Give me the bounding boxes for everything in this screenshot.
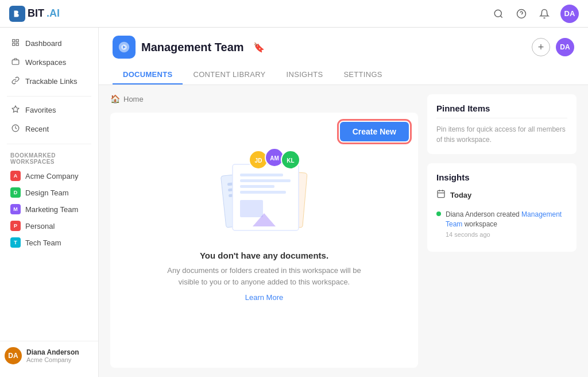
sidebar-item-dashboard[interactable]: Dashboard	[5, 34, 94, 52]
workspace-bookmark-icon[interactable]: 🔖	[253, 42, 265, 53]
insights-title: Insights	[436, 172, 567, 182]
workspace-user-avatar[interactable]: DA	[556, 38, 574, 56]
learn-more-link[interactable]: Learn More	[245, 293, 283, 302]
empty-illustration: JD AM KL	[207, 147, 322, 239]
workspace-title-left: Management Team 🔖	[113, 36, 265, 59]
personal-badge: P	[10, 221, 21, 231]
app-logo[interactable]: BIT.AI	[9, 6, 60, 22]
sidebar-workspaces-label: Workspaces	[25, 58, 66, 67]
user-avatar-topbar[interactable]: DA	[560, 5, 579, 23]
svg-rect-6	[16, 43, 18, 45]
acme-label: Acme Company	[25, 172, 78, 180]
insights-card: Insights Today Diana Anderson created Ma…	[427, 163, 577, 252]
sidebar-user-info: Diana Anderson Acme Company	[26, 348, 79, 363]
pinned-divider	[436, 118, 567, 118]
bookmarked-acme[interactable]: A Acme Company	[5, 168, 94, 184]
svg-rect-21	[240, 174, 283, 176]
personal-label: Personal	[25, 222, 55, 230]
workspace-title-row: Management Team 🔖 + DA	[113, 36, 574, 59]
bookmarked-workspaces-list: A Acme Company D Design Team M Marketing…	[0, 167, 98, 251]
acme-badge: A	[10, 171, 21, 181]
bookmarked-design[interactable]: D Design Team	[5, 184, 94, 201]
svg-rect-33	[438, 191, 444, 198]
sidebar-recent-label: Recent	[25, 125, 49, 133]
empty-title: You don't have any documents.	[200, 251, 328, 260]
tabs: DOCUMENTS CONTENT LIBRARY INSIGHTS SETTI…	[113, 66, 574, 84]
sidebar-item-favorites[interactable]: Favorites	[5, 101, 94, 119]
breadcrumb: 🏠 Home	[110, 94, 418, 103]
clock-icon	[10, 124, 21, 134]
content-area: Management Team 🔖 + DA DOCUMENTS CONTENT…	[99, 28, 588, 377]
pinned-items-card: Pinned Items Pin items for quick access …	[427, 94, 577, 154]
tech-label: Tech Team	[25, 238, 61, 247]
link-icon	[10, 76, 21, 86]
svg-rect-4	[16, 40, 18, 42]
home-icon: 🏠	[110, 94, 120, 103]
svg-rect-23	[240, 185, 274, 188]
logo-ai-text: .AI	[47, 7, 60, 20]
create-new-button[interactable]: Create New	[340, 122, 409, 141]
insights-today-label: Today	[450, 191, 471, 199]
sidebar: Dashboard Workspaces Trackable Links	[0, 28, 99, 377]
logo-icon	[9, 6, 25, 22]
activity-dot	[436, 211, 441, 216]
marketing-label: Marketing Team	[25, 205, 78, 214]
sidebar-user-name: Diana Anderson	[26, 348, 79, 356]
svg-text:KL: KL	[287, 157, 294, 164]
search-icon[interactable]	[492, 7, 505, 21]
workspace-name: Management Team	[141, 41, 244, 54]
empty-description: Any documents or folders created in this…	[167, 265, 362, 287]
insights-today-section: Today	[436, 189, 567, 201]
tech-badge: T	[10, 237, 21, 248]
svg-text:JD: JD	[255, 157, 262, 164]
svg-rect-3	[13, 40, 15, 42]
sidebar-favorites-label: Favorites	[25, 106, 56, 114]
documents-main-card: Create New	[110, 113, 418, 368]
star-icon	[10, 105, 21, 115]
sidebar-item-workspaces[interactable]: Workspaces	[5, 53, 94, 71]
bookmarked-marketing[interactable]: M Marketing Team	[5, 201, 94, 217]
workspace-header-actions: + DA	[532, 38, 574, 56]
sidebar-trackable-label: Trackable Links	[25, 77, 78, 86]
documents-panel: 🏠 Home Create New	[110, 94, 418, 368]
activity-time: 14 seconds ago	[446, 230, 567, 239]
tab-insights[interactable]: INSIGHTS	[276, 66, 334, 84]
calendar-icon	[436, 189, 446, 201]
sidebar-user-company: Acme Company	[26, 356, 79, 363]
bookmarked-personal[interactable]: P Personal	[5, 218, 94, 234]
svg-rect-24	[240, 191, 286, 194]
sidebar-footer[interactable]: DA Diana Anderson Acme Company	[0, 341, 98, 370]
pinned-empty-text: Pin items for quick access for all membe…	[436, 124, 567, 145]
page-body: 🏠 Home Create New	[99, 85, 588, 377]
activity-suffix-text: workspace	[465, 220, 497, 228]
sidebar-nav: Dashboard Workspaces Trackable Links	[0, 34, 98, 91]
activity-action: created	[497, 210, 521, 218]
sidebar-divider-2	[7, 144, 91, 144]
tab-documents[interactable]: DOCUMENTS	[113, 66, 183, 84]
bell-icon[interactable]	[537, 7, 551, 21]
help-icon[interactable]	[514, 7, 528, 21]
sidebar-dashboard-label: Dashboard	[25, 39, 62, 48]
bookmarked-section-label: BOOKMARKED WORKSPACES	[0, 149, 98, 167]
logo-bit-text: BIT	[28, 7, 44, 20]
svg-rect-5	[13, 43, 15, 45]
bookmarked-tech[interactable]: T Tech Team	[5, 234, 94, 251]
tab-content-library[interactable]: CONTENT LIBRARY	[183, 66, 276, 84]
sidebar-user-avatar: DA	[5, 347, 22, 364]
svg-point-0	[494, 10, 501, 17]
add-member-button[interactable]: +	[532, 38, 550, 56]
svg-marker-8	[12, 106, 19, 112]
tab-settings[interactable]: SETTINGS	[333, 66, 392, 84]
topbar-actions: DA	[492, 5, 579, 23]
sidebar-divider-1	[7, 96, 91, 97]
main-layout: Dashboard Workspaces Trackable Links	[0, 28, 588, 377]
svg-text:AM: AM	[270, 155, 279, 161]
sidebar-item-recent[interactable]: Recent	[5, 120, 94, 138]
briefcase-icon	[10, 57, 21, 67]
sidebar-secondary-nav: Favorites Recent	[0, 101, 98, 139]
sidebar-item-trackable-links[interactable]: Trackable Links	[5, 72, 94, 90]
breadcrumb-home-label: Home	[123, 95, 144, 103]
activity-item-0: Diana Anderson created Management Team w…	[436, 206, 567, 243]
activity-text: Diana Anderson created Management Team w…	[446, 210, 567, 239]
grid-icon	[10, 39, 21, 48]
